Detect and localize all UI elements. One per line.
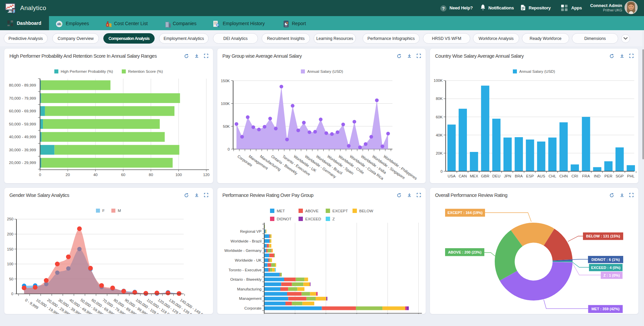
svg-text:IND: IND bbox=[594, 174, 601, 178]
svg-text:High Performer Probability (%): High Performer Probability (%) bbox=[61, 69, 113, 73]
svg-text:60,000 - 69,999: 60,000 - 69,999 bbox=[9, 109, 36, 113]
svg-text:Z : 1 (0%): Z : 1 (0%) bbox=[603, 273, 620, 277]
svg-text:Worldwide - UK: Worldwide - UK bbox=[235, 258, 262, 262]
svg-text:EXCEPT : 164 (19%): EXCEPT : 164 (19%) bbox=[447, 211, 483, 215]
svg-text:FRA: FRA bbox=[582, 174, 590, 178]
svg-text:MET: MET bbox=[277, 209, 285, 213]
svg-text:F: F bbox=[102, 209, 105, 213]
svg-text:Annual Salary (USD): Annual Salary (USD) bbox=[307, 69, 343, 73]
svg-text:80,000 - 89,999: 80,000 - 89,999 bbox=[9, 83, 36, 87]
svg-text:0: 0 bbox=[440, 169, 442, 173]
svg-text:100K: 100K bbox=[221, 102, 230, 106]
svg-text:40,000 - 49,999: 40,000 - 49,999 bbox=[9, 135, 36, 139]
svg-text:Ontario - Biweekly: Ontario - Biweekly bbox=[230, 277, 262, 281]
svg-text:EXCEED: EXCEED bbox=[305, 217, 321, 221]
svg-text:100K: 100K bbox=[434, 78, 443, 83]
svg-text:ESP: ESP bbox=[526, 174, 534, 178]
svg-text:Retention Score (%): Retention Score (%) bbox=[128, 69, 163, 73]
svg-text:Worldwide - Brazil: Worldwide - Brazil bbox=[230, 239, 261, 243]
svg-text:0: 0 bbox=[11, 292, 13, 296]
svg-text:0: 0 bbox=[228, 147, 230, 151]
svg-text:$: $ bbox=[107, 24, 108, 26]
svg-text:0: 0 bbox=[39, 173, 41, 177]
svg-text:DIDNOT : 6 (1%): DIDNOT : 6 (1%) bbox=[591, 258, 620, 262]
svg-text:GBR: GBR bbox=[481, 174, 489, 178]
svg-text:Manufacturing: Manufacturing bbox=[237, 287, 262, 291]
svg-text:Regional VP: Regional VP bbox=[240, 229, 262, 233]
svg-text:30,000 - 39,999: 30,000 - 39,999 bbox=[9, 148, 36, 152]
svg-text:60: 60 bbox=[121, 173, 125, 177]
svg-text:Annual Salary (USD): Annual Salary (USD) bbox=[519, 69, 555, 73]
svg-text:PHL: PHL bbox=[627, 174, 635, 178]
svg-text:ABOVE: ABOVE bbox=[305, 209, 319, 213]
svg-text:150K: 150K bbox=[221, 79, 230, 83]
svg-text:80: 80 bbox=[149, 173, 153, 177]
svg-text:EXCEPT: EXCEPT bbox=[332, 209, 348, 213]
svg-text:100: 100 bbox=[175, 173, 182, 177]
svg-text:120: 120 bbox=[203, 173, 210, 177]
svg-text:CHN: CHN bbox=[559, 174, 568, 178]
svg-text:40: 40 bbox=[93, 173, 98, 177]
svg-text:CAN: CAN bbox=[459, 174, 467, 178]
svg-text:AUS: AUS bbox=[537, 174, 545, 178]
svg-text:DIDNOT: DIDNOT bbox=[277, 217, 291, 221]
svg-text:40K: 40K bbox=[436, 133, 443, 137]
svg-text:CHL: CHL bbox=[548, 174, 556, 178]
svg-text:M: M bbox=[118, 209, 121, 213]
svg-text:70,000 - 79,999: 70,000 - 79,999 bbox=[9, 96, 36, 100]
svg-text:BRA: BRA bbox=[515, 174, 523, 178]
svg-text:20: 20 bbox=[66, 173, 70, 177]
svg-text:MEX: MEX bbox=[470, 174, 478, 178]
svg-text:?: ? bbox=[442, 6, 445, 11]
svg-text:50: 50 bbox=[9, 277, 13, 281]
svg-text:50,000 - 59,999: 50,000 - 59,999 bbox=[9, 122, 36, 126]
svg-text:100: 100 bbox=[7, 262, 13, 266]
svg-text:USA: USA bbox=[447, 174, 455, 178]
svg-text:20,000 - 29,999: 20,000 - 29,999 bbox=[9, 161, 36, 165]
svg-text:EXCEED : 4 (0%): EXCEED : 4 (0%) bbox=[591, 266, 621, 270]
svg-text:MET : 359 (42%): MET : 359 (42%) bbox=[591, 307, 620, 311]
svg-text:Worldwide - Germany: Worldwide - Germany bbox=[224, 249, 262, 253]
svg-text:CRI: CRI bbox=[572, 174, 578, 178]
svg-text:ABOVE : 200 (23%): ABOVE : 200 (23%) bbox=[448, 250, 482, 254]
svg-text:BELOW: BELOW bbox=[359, 209, 373, 213]
svg-text:BELOW : 131 (15%): BELOW : 131 (15%) bbox=[586, 234, 620, 238]
svg-text:JPN: JPN bbox=[504, 174, 511, 178]
svg-text:Z: Z bbox=[332, 217, 335, 221]
svg-text:Management: Management bbox=[239, 296, 262, 301]
svg-text:60K: 60K bbox=[436, 115, 443, 119]
svg-text:50K: 50K bbox=[223, 124, 230, 128]
svg-text:200: 200 bbox=[7, 232, 13, 236]
svg-text:80K: 80K bbox=[436, 97, 443, 101]
svg-text:20K: 20K bbox=[436, 151, 443, 155]
svg-text:250: 250 bbox=[7, 217, 13, 221]
svg-text:DEU: DEU bbox=[492, 174, 500, 178]
svg-text:SGP: SGP bbox=[615, 174, 624, 178]
svg-text:Toronto - Executive: Toronto - Executive bbox=[228, 268, 261, 272]
svg-text:Corporate: Corporate bbox=[245, 306, 262, 310]
svg-text:PER: PER bbox=[604, 174, 612, 178]
svg-text:150: 150 bbox=[7, 247, 13, 251]
